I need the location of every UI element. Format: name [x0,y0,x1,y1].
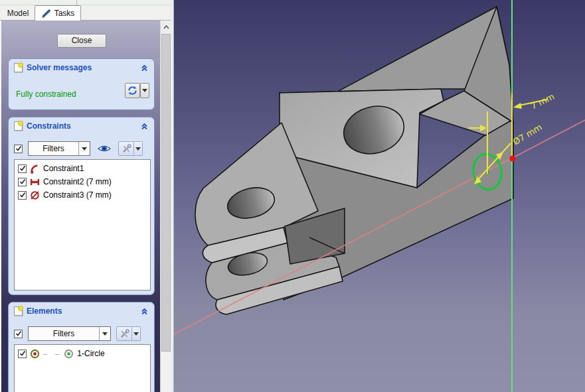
constraints-title: Constraints [27,121,139,131]
task-panel: Close Solver messages Fully constrained [0,21,160,392]
constraints-filters-dropdown[interactable]: Filters [28,141,90,156]
circle-element-icon [30,349,40,359]
dimension-label-vertical[interactable]: 7 mm [529,92,556,111]
freecad-window: { "tabs": [ { "label": "Model", "active"… [0,0,585,392]
scroll-up-button[interactable] [161,22,171,33]
collapse-icon[interactable] [139,306,150,317]
scrollbar-thumb[interactable] [161,34,171,352]
elements-section: Elements Filters [8,302,155,392]
refresh-icon [127,86,137,96]
chevron-down-icon [102,332,108,336]
elements-select-all-checkbox[interactable] [14,330,23,338]
eye-icon [98,143,111,154]
constraint-checkbox[interactable] [18,164,27,173]
element-row[interactable]: – – 1-Circle [15,347,150,360]
collapse-icon[interactable] [139,121,150,132]
chevron-up-icon [163,25,169,29]
3d-scene: 7 mm Ø7 mm [174,0,585,392]
element-label: 1-Circle [77,349,104,358]
show-hide-constraints-button[interactable] [96,141,113,156]
constraints-select-all-checkbox[interactable] [14,145,23,153]
element-settings-dropdown[interactable] [132,326,141,341]
panel-tabbar: Model Tasks [0,5,173,21]
constraint-row[interactable]: Constraint1 [15,162,150,175]
tools-icon [122,144,131,154]
constraint-label: Constraint3 (7 mm) [43,190,112,200]
constraint-label: Constraint2 (7 mm) [43,177,112,186]
tab-model[interactable]: Model [3,6,33,21]
dimension-label-diameter[interactable]: Ø7 mm [511,122,544,147]
note-icon [14,121,23,131]
coincident-constraint-icon [30,164,40,174]
toolbar-strip [0,0,173,5]
horizontal-distance-constraint-icon [30,177,40,187]
constraint-checkbox[interactable] [18,191,27,200]
elements-title: Elements [27,306,139,316]
chevron-down-icon [135,147,141,151]
solver-messages-title: Solver messages [27,63,139,72]
cad-part[interactable] [195,7,513,314]
constraint-settings-button[interactable] [118,141,134,156]
tools-icon [120,329,129,339]
constraint-label: Constraint1 [43,164,84,173]
element-checkbox[interactable] [18,350,27,358]
elements-list[interactable]: – – 1-Circle [14,344,151,392]
tab-tasks-label: Tasks [54,9,75,18]
3d-viewport[interactable]: 7 mm Ø7 mm [174,0,585,392]
solver-status: Fully constrained [16,90,76,99]
constraint-settings-dropdown[interactable] [134,141,143,156]
close-button[interactable]: Close [57,34,106,48]
chevron-down-icon [82,147,87,151]
elements-filters-dropdown[interactable]: Filters [28,326,111,341]
tab-model-label: Model [7,9,29,18]
tree-branch-dashes: – – [43,350,60,358]
constraints-section: Constraints Filters [8,117,155,295]
refresh-button[interactable] [125,83,140,98]
circle-edge-icon [64,349,74,359]
solver-messages-section: Solver messages Fully constrained [8,58,155,110]
collapse-icon[interactable] [139,62,150,74]
tab-tasks[interactable]: Tasks [35,5,81,21]
note-icon [14,63,23,72]
note-icon [14,306,23,316]
constraint-row[interactable]: Constraint3 (7 mm) [15,188,150,202]
toolbar-divider [76,0,77,5]
pencil-icon [41,9,51,19]
task-panel-scrollbar[interactable] [160,21,171,392]
element-settings-button[interactable] [116,326,132,341]
diameter-constraint-icon [30,190,40,200]
constraints-list[interactable]: Constraint1 Constraint2 (7 mm) [14,159,151,291]
constraint-row[interactable]: Constraint2 (7 mm) [15,175,150,188]
chevron-down-icon [142,89,147,92]
origin-point[interactable] [509,155,515,161]
chevron-down-icon [133,332,139,336]
constraint-checkbox[interactable] [18,178,27,186]
refresh-dropdown-button[interactable] [140,83,149,98]
